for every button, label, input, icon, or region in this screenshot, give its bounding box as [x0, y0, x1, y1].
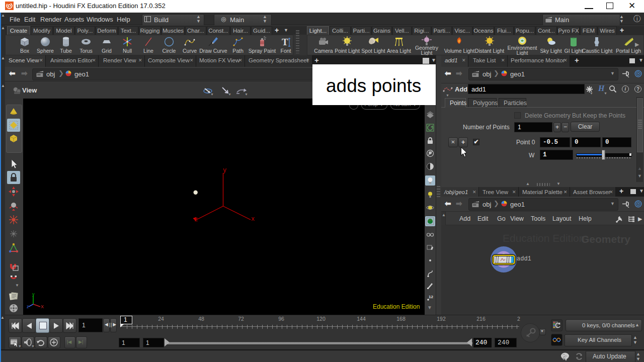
svg-text:y: y — [223, 167, 226, 174]
svg-text:z: z — [27, 304, 29, 309]
svg-text:y: y — [32, 293, 35, 297]
svg-text:z: z — [194, 216, 198, 223]
svg-text:12: 12 — [429, 295, 433, 299]
svg-text:T: T — [282, 37, 288, 47]
svg-text:X: X — [41, 304, 44, 309]
svg-text:x: x — [251, 216, 255, 223]
